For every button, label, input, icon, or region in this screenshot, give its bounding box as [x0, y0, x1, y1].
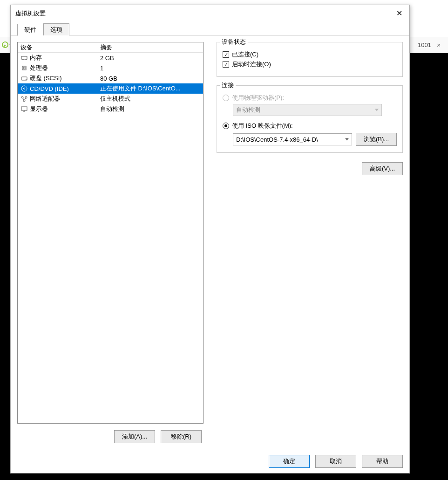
radio-physical-label: 使用物理驱动器(P):	[232, 94, 284, 102]
dialog-footer: 确定 取消 帮助	[11, 450, 409, 473]
tab-options-label: 选项	[50, 26, 62, 34]
svg-line-14	[23, 98, 24, 100]
device-row-network[interactable]: 网络适配器 仅主机模式	[18, 94, 203, 104]
radio-physical-row[interactable]: 使用物理驱动器(P):	[223, 94, 397, 102]
ok-button[interactable]: 确定	[269, 455, 310, 468]
checkbox-connect-poweron-label: 启动时连接(O)	[232, 60, 271, 69]
left-buttons: 添加(A)... 移除(R)	[17, 430, 204, 443]
device-row-cpu[interactable]: 处理器 1	[18, 63, 203, 73]
device-row-disk[interactable]: 硬盘 (SCSI) 80 GB	[18, 73, 203, 83]
tab-row: 硬件 选项	[11, 21, 409, 35]
cd-icon	[20, 85, 28, 92]
titlebar: 虚拟机设置 ✕	[11, 5, 409, 21]
svg-rect-0	[21, 56, 27, 59]
browse-button[interactable]: 浏览(B)...	[356, 133, 397, 146]
advanced-button-label: 高级(V)...	[370, 165, 395, 173]
checkbox-connected[interactable]: ✓	[223, 51, 229, 58]
device-summary: 80 GB	[99, 75, 203, 82]
svg-line-15	[25, 98, 26, 100]
group-device-status-title: 设备状态	[220, 38, 248, 46]
device-name: 网络适配器	[30, 95, 60, 103]
device-summary: 正在使用文件 D:\IOS\CentO...	[99, 84, 203, 93]
display-icon	[20, 105, 28, 113]
ok-button-label: 确定	[283, 457, 295, 466]
iso-path-combo[interactable]: D:\IOS\CentOS-7.4-x86_64-D\	[233, 133, 352, 145]
svg-point-9	[21, 86, 27, 91]
left-column: 设备 摘要 内存 2 GB	[17, 42, 204, 443]
header-summary[interactable]: 摘要	[99, 43, 203, 52]
checkbox-connected-label: 已连接(C)	[232, 50, 258, 59]
checkbox-connected-row[interactable]: ✓ 已连接(C)	[223, 50, 397, 59]
group-connection: 连接 使用物理驱动器(P): 自动检测 使用 ISO 映像文件(M):	[217, 85, 403, 153]
chevron-down-icon[interactable]	[345, 138, 349, 141]
radio-iso[interactable]	[223, 123, 229, 129]
add-button-label: 添加(A)...	[122, 432, 147, 441]
device-name: 显示器	[30, 105, 48, 113]
iso-row: D:\IOS\CentOS-7.4-x86_64-D\ 浏览(B)...	[233, 133, 397, 146]
memory-icon	[20, 54, 28, 62]
checkbox-connect-poweron[interactable]: ✓	[223, 61, 229, 68]
tab-hardware-label: 硬件	[24, 26, 36, 34]
device-list[interactable]: 设备 摘要 内存 2 GB	[17, 42, 204, 424]
svg-rect-5	[22, 66, 26, 70]
radio-iso-label: 使用 ISO 映像文件(M):	[232, 122, 293, 130]
advanced-row: 高级(V)...	[217, 162, 403, 175]
device-summary: 1	[99, 65, 203, 72]
device-row-memory[interactable]: 内存 2 GB	[18, 53, 203, 63]
chevron-down-icon	[375, 109, 379, 111]
tab-options[interactable]: 选项	[43, 23, 69, 35]
device-name: 内存	[30, 54, 42, 62]
network-icon	[20, 95, 28, 103]
svg-point-10	[24, 88, 25, 89]
add-button[interactable]: 添加(A)...	[114, 430, 155, 443]
device-summary: 自动检测	[99, 105, 203, 113]
checkbox-connect-poweron-row[interactable]: ✓ 启动时连接(O)	[223, 60, 397, 69]
dialog-title: 虚拟机设置	[15, 9, 389, 18]
disk-icon	[20, 75, 28, 82]
dialog-body: 设备 摘要 内存 2 GB	[11, 35, 409, 450]
group-device-status: 设备状态 ✓ 已连接(C) ✓ 启动时连接(O)	[217, 42, 403, 77]
browse-button-label: 浏览(B)...	[364, 135, 389, 144]
svg-rect-16	[21, 107, 27, 110]
device-summary: 仅主机模式	[99, 95, 203, 103]
device-row-cddvd[interactable]: CD/DVD (IDE) 正在使用文件 D:\IOS\CentO...	[18, 83, 203, 94]
remove-button-label: 移除(R)	[171, 432, 191, 441]
advanced-button[interactable]: 高级(V)...	[362, 162, 403, 175]
cancel-button[interactable]: 取消	[315, 455, 356, 468]
vm-settings-dialog: 虚拟机设置 ✕ 硬件 选项 设备 摘要	[10, 5, 410, 473]
radio-physical[interactable]	[223, 95, 229, 101]
help-button-label: 帮助	[376, 457, 388, 466]
group-connection-title: 连接	[220, 81, 236, 89]
physical-drive-combo: 自动检测	[233, 104, 382, 116]
device-name: 硬盘 (SCSI)	[30, 74, 62, 82]
physical-drive-combo-value: 自动检测	[236, 106, 260, 114]
cancel-button-label: 取消	[330, 457, 342, 466]
svg-point-13	[23, 100, 25, 102]
background-tab-label[interactable]: 1001	[418, 41, 431, 48]
device-summary: 2 GB	[99, 55, 203, 62]
device-list-header: 设备 摘要	[18, 42, 203, 53]
help-button[interactable]: 帮助	[362, 455, 403, 468]
tab-hardware[interactable]: 硬件	[17, 24, 43, 36]
close-icon[interactable]: ✕	[389, 5, 409, 21]
device-row-display[interactable]: 显示器 自动检测	[18, 104, 203, 114]
remove-button[interactable]: 移除(R)	[161, 430, 202, 443]
svg-rect-6	[23, 67, 25, 69]
radio-iso-row[interactable]: 使用 ISO 映像文件(M):	[223, 122, 397, 130]
device-name: CD/DVD (IDE)	[30, 85, 69, 92]
cpu-icon	[20, 64, 28, 72]
device-name: 处理器	[30, 64, 48, 72]
play-icon	[2, 41, 8, 48]
svg-point-8	[26, 79, 27, 80]
background-tab-close[interactable]: ×	[434, 41, 443, 50]
right-column: 设备状态 ✓ 已连接(C) ✓ 启动时连接(O) 连接 使用物理驱动器(P):	[217, 42, 403, 443]
header-device[interactable]: 设备	[18, 43, 99, 52]
iso-path-value: D:\IOS\CentOS-7.4-x86_64-D\	[236, 136, 318, 143]
